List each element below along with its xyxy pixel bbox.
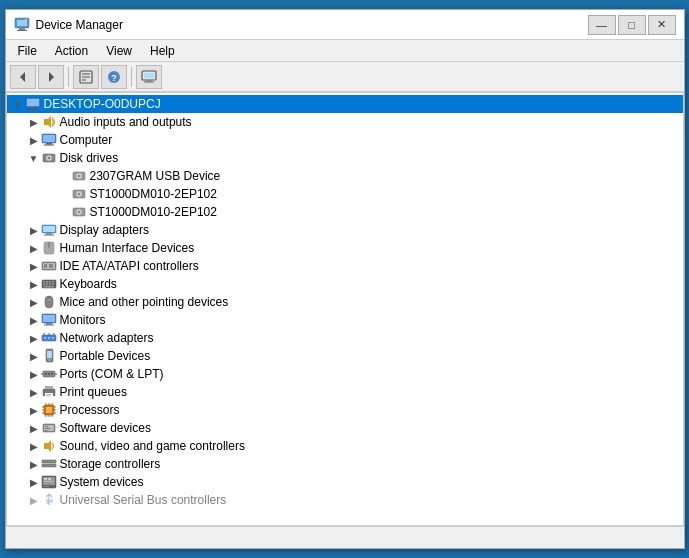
close-button[interactable]: ✕: [648, 15, 676, 35]
tree-item-sound[interactable]: ▶ Sound, video and game controllers: [7, 437, 683, 455]
tree-item-storage[interactable]: ▶ Storage controllers: [7, 455, 683, 473]
svg-rect-53: [49, 281, 51, 283]
tree-item-mouse[interactable]: ▶ Mice and other pointing devices: [7, 293, 683, 311]
tree-item-st1000-2[interactable]: ST1000DM010-2EP102: [7, 203, 683, 221]
svg-rect-14: [144, 73, 154, 78]
svg-rect-24: [46, 143, 52, 145]
content-area: ▼ DESKTOP-O0DUPCJ ▶: [6, 92, 684, 526]
svg-rect-41: [46, 233, 52, 235]
print-expand-icon: ▶: [27, 385, 41, 399]
monitors-icon: [41, 312, 57, 328]
tree-item-display[interactable]: ▶ Display adapters: [7, 221, 683, 239]
tree-item-st1000-1[interactable]: ST1000DM010-2EP102: [7, 185, 683, 203]
menu-action[interactable]: Action: [47, 42, 96, 60]
storage-expand-icon: ▶: [27, 457, 41, 471]
svg-point-32: [78, 175, 80, 177]
tree-item-print[interactable]: ▶ Print queues: [7, 383, 683, 401]
tree-item-software[interactable]: ▶ Software devices: [7, 419, 683, 437]
forward-button[interactable]: [38, 65, 64, 89]
st1000-1-label: ST1000DM010-2EP102: [90, 187, 217, 201]
properties-button[interactable]: [73, 65, 99, 89]
tree-item-ide[interactable]: ▶ IDE ATA/ATAPI controllers: [7, 257, 683, 275]
network-label: Network adapters: [60, 331, 154, 345]
title-bar: Device Manager — □ ✕: [6, 10, 684, 40]
status-bar: [6, 526, 684, 548]
st1000-2-label: ST1000DM010-2EP102: [90, 205, 217, 219]
tree-item-hid[interactable]: ▶ Human Interface Devices: [7, 239, 683, 257]
tree-item-ports[interactable]: ▶ Ports (COM & LPT): [7, 365, 683, 383]
forward-icon: [44, 70, 58, 84]
svg-rect-16: [144, 81, 154, 82]
svg-rect-23: [43, 135, 55, 142]
root-expand-icon: ▼: [11, 97, 25, 111]
print-label: Print queues: [60, 385, 127, 399]
st1000-2-icon: [71, 204, 87, 220]
svg-point-35: [78, 193, 80, 195]
svg-rect-40: [43, 226, 55, 232]
svg-marker-5: [20, 72, 25, 82]
svg-rect-66: [44, 325, 54, 326]
tree-item-disk[interactable]: ▼ Disk drives: [7, 149, 683, 167]
toolbar: ?: [6, 62, 684, 92]
svg-rect-70: [52, 337, 54, 339]
mouse-icon: [41, 294, 57, 310]
tree-item-computer[interactable]: ▶ Computer: [7, 131, 683, 149]
svg-point-38: [78, 211, 80, 213]
usb-device-label: 2307GRAM USB Device: [90, 169, 221, 183]
svg-rect-116: [44, 481, 53, 482]
tree-item-portable[interactable]: ▶ Portable Devices: [7, 347, 683, 365]
st1000-2-expand: [57, 205, 71, 219]
svg-marker-21: [44, 116, 51, 128]
svg-rect-49: [49, 264, 53, 268]
svg-rect-89: [46, 407, 52, 413]
svg-rect-106: [45, 430, 47, 431]
help-button[interactable]: ?: [101, 65, 127, 89]
svg-point-78: [45, 373, 47, 375]
display-adapter-icon: [41, 222, 57, 238]
tree-item-processors[interactable]: ▶: [7, 401, 683, 419]
system-expand-icon: ▶: [27, 475, 41, 489]
svg-rect-68: [44, 337, 46, 339]
sound-icon: [41, 438, 57, 454]
maximize-button[interactable]: □: [618, 15, 646, 35]
svg-rect-19: [30, 107, 36, 109]
svg-rect-69: [48, 337, 50, 339]
svg-rect-84: [45, 386, 53, 389]
svg-rect-59: [44, 286, 54, 288]
st1000-1-icon: [71, 186, 87, 202]
svg-rect-114: [44, 478, 47, 480]
svg-rect-51: [43, 281, 45, 283]
tree-item-keyboard[interactable]: ▶ Keyboards: [7, 275, 683, 293]
svg-point-28: [48, 157, 50, 159]
computer-label: Computer: [60, 133, 113, 147]
tree-root[interactable]: ▼ DESKTOP-O0DUPCJ: [7, 95, 683, 113]
processors-label: Processors: [60, 403, 120, 417]
tree-item-audio[interactable]: ▶ Audio inputs and outputs: [7, 113, 683, 131]
portable-icon: [41, 348, 57, 364]
tree-item-monitors[interactable]: ▶ Monitors: [7, 311, 683, 329]
system-icon: [41, 474, 57, 490]
svg-rect-75: [47, 351, 52, 358]
processors-expand-icon: ▶: [27, 403, 41, 417]
back-button[interactable]: [10, 65, 36, 89]
svg-rect-15: [146, 80, 152, 82]
menu-view[interactable]: View: [98, 42, 140, 60]
root-computer-icon: [25, 96, 41, 112]
computer-icon: [41, 132, 57, 148]
display-button[interactable]: [136, 65, 162, 89]
tree-item-network[interactable]: ▶ Network adapters: [7, 329, 683, 347]
menu-help[interactable]: Help: [142, 42, 183, 60]
tree-item-usb-device[interactable]: 2307GRAM USB Device: [7, 167, 683, 185]
svg-marker-107: [44, 440, 51, 452]
ide-icon: [41, 258, 57, 274]
minimize-button[interactable]: —: [588, 15, 616, 35]
device-tree[interactable]: ▼ DESKTOP-O0DUPCJ ▶: [6, 92, 684, 526]
tree-item-usb[interactable]: ▶ Universal Serial Bus controllers: [7, 491, 683, 509]
menu-file[interactable]: File: [10, 42, 45, 60]
monitors-expand-icon: ▶: [27, 313, 41, 327]
processors-icon: [41, 402, 57, 418]
tree-item-system[interactable]: ▶ System devices: [7, 473, 683, 491]
usb-device-expand: [57, 169, 71, 183]
disk-expand-icon: ▼: [27, 151, 41, 165]
help-icon: ?: [106, 69, 122, 85]
